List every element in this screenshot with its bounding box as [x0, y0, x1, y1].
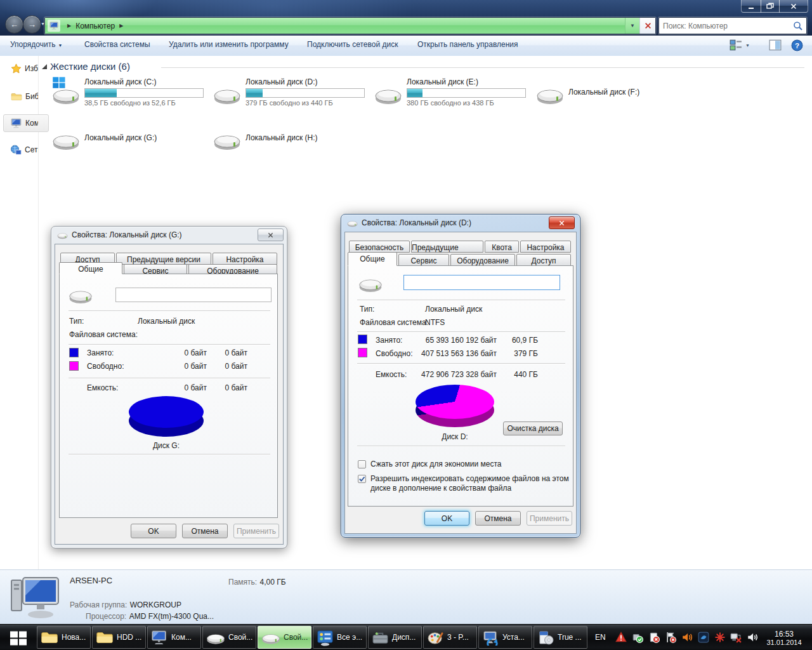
audio-manager-icon[interactable] — [681, 632, 693, 643]
breadcrumb-arrow-icon: ▶ — [119, 23, 123, 29]
ok-button[interactable]: OK — [424, 511, 469, 526]
workgroup-field: Рабочая группа: WORKGROUP — [70, 599, 181, 610]
help-button[interactable] — [791, 39, 803, 51]
sidebar-item-network[interactable]: Сеть — [0, 142, 38, 157]
taskbar-clock[interactable]: 16:53 31.01.2014 — [760, 625, 808, 650]
tab-customize[interactable]: Настройка — [520, 241, 571, 253]
tab-sharing[interactable]: Доступ — [516, 254, 571, 266]
network-icon — [10, 145, 22, 156]
organize-button[interactable]: Упорядочить▼ — [10, 40, 62, 49]
compress-checkbox[interactable] — [358, 460, 366, 468]
toolbox-icon — [372, 630, 389, 645]
app-tray-icon[interactable] — [698, 632, 709, 643]
address-dropdown-icon[interactable]: ▼ — [625, 18, 639, 34]
taskbar-button-folder-1[interactable]: Нова... — [37, 626, 91, 649]
general-tab-page: Тип: Локальный диск Файловая система: За… — [59, 274, 278, 518]
tab-quota[interactable]: Квота — [485, 241, 519, 253]
apply-button[interactable]: Применить — [233, 524, 279, 538]
close-icon — [559, 220, 565, 226]
disk-tile-f[interactable]: Локальный диск (F:) — [535, 79, 693, 112]
start-button[interactable] — [0, 625, 36, 650]
disk-tile-c[interactable]: Локальный диск (C:) 38,5 ГБ свободно из … — [51, 79, 209, 112]
disk-tile-g[interactable]: Локальный диск (G:) — [51, 124, 209, 157]
tab-customize[interactable]: Настройка — [213, 253, 277, 265]
free-swatch — [69, 361, 79, 371]
desktop: ← → ▼ ▶ Компьютер ▶ ▼ Упорядочить▼ Свойс… — [0, 0, 812, 650]
group-title[interactable]: Жесткие диски (6) — [50, 61, 130, 72]
taskbar-button-true-image[interactable]: True ... — [534, 626, 587, 649]
taskbar-button-properties-g[interactable]: Свой... — [202, 626, 256, 649]
map-network-drive-button[interactable]: Подключить сетевой диск — [307, 40, 398, 49]
open-control-panel-button[interactable]: Открыть панель управления — [417, 40, 518, 49]
close-button[interactable] — [258, 229, 284, 241]
windows-start-icon — [9, 630, 28, 646]
disk-tile-e[interactable]: Локальный диск (E:) 380 ГБ свободно из 4… — [373, 79, 532, 112]
uninstall-program-button[interactable]: Удалить или изменить программу — [169, 40, 289, 49]
sidebar-item-libraries[interactable]: Библиотеки — [0, 89, 38, 104]
breadcrumb-computer[interactable]: Компьютер — [75, 22, 115, 30]
cpu-field: Процессор: AMD FX(tm)-4300 Qua... — [86, 610, 214, 621]
disk-cleanup-button[interactable]: Очистка диска — [503, 421, 563, 435]
system-properties-button[interactable]: Свойства системы — [84, 40, 150, 49]
language-indicator[interactable]: EN — [595, 633, 606, 642]
taskbar-button-properties-d[interactable]: Свой... — [258, 626, 311, 649]
control-panel-icon — [317, 629, 334, 646]
network-disconnected-icon[interactable] — [730, 632, 742, 643]
tab-security[interactable]: Безопасность — [349, 241, 410, 253]
taskbar-button-control-panel[interactable]: Все э... — [313, 626, 367, 649]
stop-button[interactable] — [639, 18, 655, 34]
explorer-titlebar: ← → ▼ ▶ Компьютер ▶ ▼ — [0, 0, 812, 36]
taskbar-button-folder-2[interactable]: HDD ... — [92, 626, 146, 649]
forward-button[interactable]: → — [23, 15, 41, 34]
separator — [357, 446, 565, 447]
preview-pane-button[interactable] — [769, 39, 782, 51]
group-collapse-icon[interactable] — [42, 64, 47, 69]
address-bar[interactable]: ▶ Компьютер ▶ ▼ — [44, 17, 656, 34]
back-button[interactable]: ← — [5, 15, 23, 34]
taskbar-button-installer[interactable]: Уста... — [478, 626, 532, 649]
disk-tile-h[interactable]: Локальный диск (H:) — [212, 124, 370, 157]
maximize-button[interactable] — [761, 0, 780, 13]
tab-hardware[interactable]: Оборудование — [450, 254, 515, 266]
separator — [357, 363, 565, 364]
caption-buttons — [742, 0, 808, 13]
clock-time: 16:53 — [775, 630, 794, 639]
cancel-button[interactable]: Отмена — [182, 524, 228, 538]
tab-general[interactable]: Общие — [348, 252, 397, 266]
minimize-button[interactable] — [741, 0, 761, 13]
ok-button[interactable]: OK — [131, 524, 176, 538]
disk-tile-d[interactable]: Локальный диск (D:) 379 ГБ свободно из 4… — [212, 79, 370, 112]
tab-previous-versions[interactable]: Предыдущие версии — [116, 253, 211, 265]
breadcrumb-arrow-icon: ▶ — [67, 23, 71, 29]
taskbar-button-paint[interactable]: 3 - P... — [423, 626, 477, 649]
volume-icon[interactable] — [747, 632, 758, 643]
volume-label-input[interactable] — [115, 288, 272, 302]
search-box[interactable] — [658, 17, 807, 34]
search-input[interactable] — [659, 22, 793, 30]
volume-label-input[interactable] — [403, 275, 560, 290]
antivirus-icon[interactable] — [714, 632, 726, 643]
tab-tools[interactable]: Сервис — [124, 264, 187, 274]
taskbar-button-computer[interactable]: Ком... — [147, 626, 201, 649]
tab-general[interactable]: Общие — [59, 262, 122, 274]
sidebar-item-favorites[interactable]: Избранное — [0, 61, 38, 76]
tab-hardware[interactable]: Оборудование — [188, 264, 277, 274]
tab-previous-versions[interactable]: Предыдущие версии — [411, 241, 483, 253]
close-button[interactable] — [549, 216, 575, 229]
close-button[interactable] — [779, 0, 808, 13]
sidebar-item-computer[interactable]: Компьютер — [0, 116, 38, 131]
index-checkbox[interactable] — [358, 475, 366, 483]
tab-tools[interactable]: Сервис — [398, 254, 449, 266]
taskbar-button-device-manager[interactable]: Дисп... — [368, 626, 422, 649]
device-error-icon[interactable] — [648, 632, 660, 643]
pie-label: Диск G: — [129, 441, 204, 450]
views-button[interactable]: ▼ — [730, 39, 750, 51]
address-progress: ▶ Компьютер ▶ — [45, 18, 625, 34]
group-rule — [161, 67, 804, 68]
apply-button[interactable]: Применить — [527, 511, 572, 526]
folder-icon — [11, 92, 22, 102]
cancel-button[interactable]: Отмена — [475, 511, 521, 526]
action-center-flag-icon[interactable] — [665, 632, 676, 643]
safely-remove-hardware-icon[interactable] — [632, 632, 643, 643]
action-center-warning-icon[interactable] — [615, 632, 627, 643]
